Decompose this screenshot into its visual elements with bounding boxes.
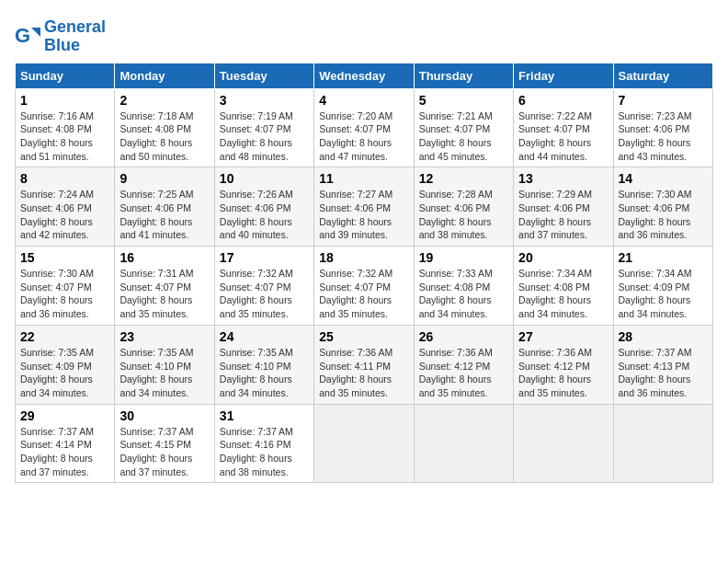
header-cell-sunday: Sunday xyxy=(16,63,115,88)
day-info: Sunrise: 7:35 AMSunset: 4:10 PMDaylight:… xyxy=(119,346,209,400)
calendar-cell: 2Sunrise: 7:18 AMSunset: 4:08 PMDaylight… xyxy=(115,88,214,167)
day-number: 9 xyxy=(119,171,209,186)
day-number: 1 xyxy=(20,93,109,108)
calendar-cell xyxy=(314,404,414,483)
day-info: Sunrise: 7:33 AMSunset: 4:08 PMDaylight:… xyxy=(419,267,508,321)
calendar-cell: 16Sunrise: 7:31 AMSunset: 4:07 PMDayligh… xyxy=(115,247,214,326)
day-number: 25 xyxy=(319,329,408,344)
calendar-cell: 24Sunrise: 7:35 AMSunset: 4:10 PMDayligh… xyxy=(214,325,313,404)
calendar-cell: 20Sunrise: 7:34 AMSunset: 4:08 PMDayligh… xyxy=(514,247,613,326)
day-info: Sunrise: 7:37 AMSunset: 4:16 PMDaylight:… xyxy=(220,425,309,479)
day-info: Sunrise: 7:18 AMSunset: 4:08 PMDaylight:… xyxy=(119,109,209,164)
header-cell-friday: Friday xyxy=(514,63,613,88)
day-number: 6 xyxy=(518,93,608,108)
day-info: Sunrise: 7:37 AMSunset: 4:14 PMDaylight:… xyxy=(20,425,109,479)
calendar-cell: 15Sunrise: 7:30 AMSunset: 4:07 PMDayligh… xyxy=(16,247,115,326)
day-info: Sunrise: 7:26 AMSunset: 4:06 PMDaylight:… xyxy=(220,188,309,242)
day-number: 16 xyxy=(119,250,209,265)
day-info: Sunrise: 7:20 AMSunset: 4:07 PMDaylight:… xyxy=(319,109,408,164)
day-info: Sunrise: 7:16 AMSunset: 4:08 PMDaylight:… xyxy=(20,109,109,164)
day-info: Sunrise: 7:23 AMSunset: 4:06 PMDaylight:… xyxy=(619,109,708,164)
day-number: 4 xyxy=(319,93,408,108)
day-number: 24 xyxy=(220,329,309,344)
day-number: 26 xyxy=(419,329,508,344)
calendar-cell: 7Sunrise: 7:23 AMSunset: 4:06 PMDaylight… xyxy=(613,88,712,167)
day-number: 22 xyxy=(20,329,109,344)
day-info: Sunrise: 7:32 AMSunset: 4:07 PMDaylight:… xyxy=(319,267,408,321)
calendar-header-row: SundayMondayTuesdayWednesdayThursdayFrid… xyxy=(16,63,713,88)
day-info: Sunrise: 7:21 AMSunset: 4:07 PMDaylight:… xyxy=(419,109,508,164)
calendar-cell: 5Sunrise: 7:21 AMSunset: 4:07 PMDaylight… xyxy=(414,88,513,167)
calendar-week-row: 22Sunrise: 7:35 AMSunset: 4:09 PMDayligh… xyxy=(16,325,713,404)
day-info: Sunrise: 7:35 AMSunset: 4:09 PMDaylight:… xyxy=(20,346,109,400)
calendar-cell: 12Sunrise: 7:28 AMSunset: 4:06 PMDayligh… xyxy=(414,167,513,247)
day-number: 19 xyxy=(419,250,508,265)
calendar-cell: 3Sunrise: 7:19 AMSunset: 4:07 PMDaylight… xyxy=(214,88,313,167)
svg-text:G: G xyxy=(15,24,30,47)
calendar-cell: 13Sunrise: 7:29 AMSunset: 4:06 PMDayligh… xyxy=(514,167,613,247)
calendar-cell xyxy=(613,404,712,483)
day-info: Sunrise: 7:36 AMSunset: 4:11 PMDaylight:… xyxy=(319,346,408,400)
calendar-week-row: 1Sunrise: 7:16 AMSunset: 4:08 PMDaylight… xyxy=(16,88,713,167)
day-number: 14 xyxy=(619,171,708,186)
day-number: 29 xyxy=(20,408,109,423)
day-number: 28 xyxy=(619,329,708,344)
header-cell-thursday: Thursday xyxy=(414,63,513,88)
day-info: Sunrise: 7:25 AMSunset: 4:06 PMDaylight:… xyxy=(119,188,209,242)
day-number: 30 xyxy=(119,408,209,423)
header-cell-tuesday: Tuesday xyxy=(214,63,313,88)
day-info: Sunrise: 7:34 AMSunset: 4:08 PMDaylight:… xyxy=(518,267,608,321)
calendar-cell: 9Sunrise: 7:25 AMSunset: 4:06 PMDaylight… xyxy=(115,167,214,247)
day-info: Sunrise: 7:29 AMSunset: 4:06 PMDaylight:… xyxy=(518,188,608,242)
day-info: Sunrise: 7:28 AMSunset: 4:06 PMDaylight:… xyxy=(419,188,508,242)
day-number: 5 xyxy=(419,93,508,108)
calendar-cell: 19Sunrise: 7:33 AMSunset: 4:08 PMDayligh… xyxy=(414,247,513,326)
calendar-cell: 8Sunrise: 7:24 AMSunset: 4:06 PMDaylight… xyxy=(16,167,115,247)
calendar-cell: 25Sunrise: 7:36 AMSunset: 4:11 PMDayligh… xyxy=(314,325,414,404)
calendar-cell: 23Sunrise: 7:35 AMSunset: 4:10 PMDayligh… xyxy=(115,325,214,404)
day-info: Sunrise: 7:36 AMSunset: 4:12 PMDaylight:… xyxy=(518,346,608,400)
calendar-cell: 6Sunrise: 7:22 AMSunset: 4:07 PMDaylight… xyxy=(514,88,613,167)
calendar-cell: 29Sunrise: 7:37 AMSunset: 4:14 PMDayligh… xyxy=(16,404,115,483)
day-info: Sunrise: 7:24 AMSunset: 4:06 PMDaylight:… xyxy=(20,188,109,242)
calendar-cell: 11Sunrise: 7:27 AMSunset: 4:06 PMDayligh… xyxy=(314,167,414,247)
logo-icon: G xyxy=(15,24,40,50)
header-cell-wednesday: Wednesday xyxy=(314,63,414,88)
day-info: Sunrise: 7:19 AMSunset: 4:07 PMDaylight:… xyxy=(220,109,309,164)
calendar-cell: 10Sunrise: 7:26 AMSunset: 4:06 PMDayligh… xyxy=(214,167,313,247)
calendar-table: SundayMondayTuesdayWednesdayThursdayFrid… xyxy=(15,63,713,484)
day-number: 2 xyxy=(119,93,209,108)
calendar-cell: 1Sunrise: 7:16 AMSunset: 4:08 PMDaylight… xyxy=(16,88,115,167)
day-number: 17 xyxy=(220,250,309,265)
calendar-week-row: 29Sunrise: 7:37 AMSunset: 4:14 PMDayligh… xyxy=(16,404,713,483)
day-number: 15 xyxy=(20,250,109,265)
day-number: 3 xyxy=(220,93,309,108)
calendar-cell: 28Sunrise: 7:37 AMSunset: 4:13 PMDayligh… xyxy=(613,325,712,404)
day-number: 11 xyxy=(319,171,408,186)
day-info: Sunrise: 7:36 AMSunset: 4:12 PMDaylight:… xyxy=(419,346,508,400)
day-number: 7 xyxy=(619,93,708,108)
day-info: Sunrise: 7:31 AMSunset: 4:07 PMDaylight:… xyxy=(119,267,209,321)
day-number: 21 xyxy=(619,250,708,265)
day-number: 13 xyxy=(518,171,608,186)
day-info: Sunrise: 7:32 AMSunset: 4:07 PMDaylight:… xyxy=(220,267,309,321)
calendar-cell xyxy=(514,404,613,483)
day-info: Sunrise: 7:34 AMSunset: 4:09 PMDaylight:… xyxy=(619,267,708,321)
calendar-week-row: 8Sunrise: 7:24 AMSunset: 4:06 PMDaylight… xyxy=(16,167,713,247)
svg-marker-1 xyxy=(31,28,40,37)
day-number: 31 xyxy=(220,408,309,423)
calendar-cell xyxy=(414,404,513,483)
calendar-cell: 31Sunrise: 7:37 AMSunset: 4:16 PMDayligh… xyxy=(214,404,313,483)
calendar-cell: 21Sunrise: 7:34 AMSunset: 4:09 PMDayligh… xyxy=(613,247,712,326)
day-info: Sunrise: 7:37 AMSunset: 4:15 PMDaylight:… xyxy=(119,425,209,479)
day-info: Sunrise: 7:22 AMSunset: 4:07 PMDaylight:… xyxy=(518,109,608,164)
day-info: Sunrise: 7:30 AMSunset: 4:06 PMDaylight:… xyxy=(619,188,708,242)
day-number: 27 xyxy=(518,329,608,344)
calendar-cell: 26Sunrise: 7:36 AMSunset: 4:12 PMDayligh… xyxy=(414,325,513,404)
day-info: Sunrise: 7:30 AMSunset: 4:07 PMDaylight:… xyxy=(20,267,109,321)
calendar-cell: 30Sunrise: 7:37 AMSunset: 4:15 PMDayligh… xyxy=(115,404,214,483)
calendar-cell: 17Sunrise: 7:32 AMSunset: 4:07 PMDayligh… xyxy=(214,247,313,326)
day-info: Sunrise: 7:27 AMSunset: 4:06 PMDaylight:… xyxy=(319,188,408,242)
calendar-body: 1Sunrise: 7:16 AMSunset: 4:08 PMDaylight… xyxy=(16,88,713,483)
calendar-week-row: 15Sunrise: 7:30 AMSunset: 4:07 PMDayligh… xyxy=(16,247,713,326)
